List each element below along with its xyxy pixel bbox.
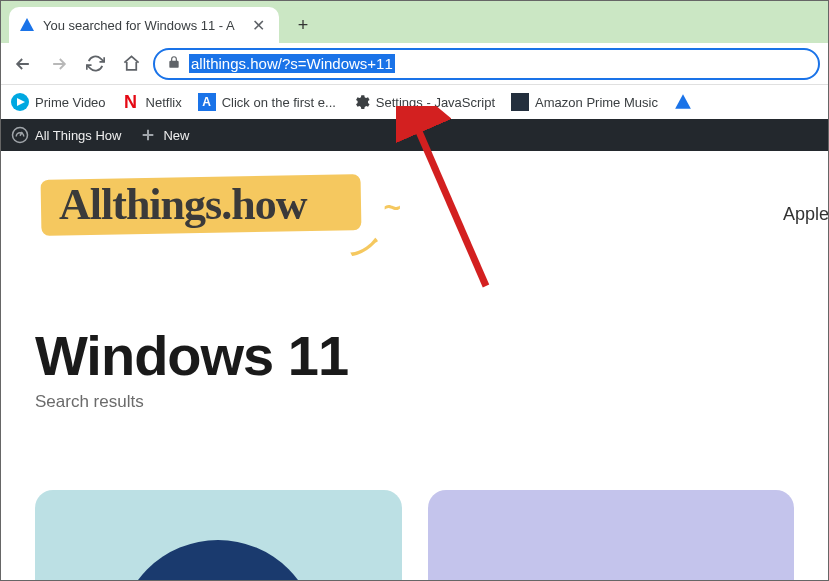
new-tab-button[interactable]: + (289, 11, 317, 39)
plus-icon (139, 126, 157, 144)
logo-scribble-icon: ~ (383, 191, 401, 225)
bookmarks-bar: Prime Video N Netflix A Click on the fir… (1, 85, 828, 119)
forward-button[interactable] (45, 50, 73, 78)
triangle-icon (674, 93, 692, 111)
back-button[interactable] (9, 50, 37, 78)
bookmark-triangle[interactable] (674, 93, 692, 111)
lock-icon (167, 55, 181, 73)
prime-video-icon (11, 93, 29, 111)
page-content: Allthings.how ~ ノ Apple Windows 11 Searc… (1, 151, 828, 581)
page-subtitle: Search results (35, 392, 794, 412)
reload-button[interactable] (81, 50, 109, 78)
nav-link-apple[interactable]: Apple (783, 204, 829, 225)
browser-toolbar: allthings.how/?s=Windows+11 (1, 43, 828, 85)
admin-new-label: New (163, 128, 189, 143)
result-card[interactable] (428, 490, 795, 581)
admin-site-name: All Things How (35, 128, 121, 143)
bookmark-label: Netflix (146, 95, 182, 110)
gear-icon (352, 93, 370, 111)
tab-title: You searched for Windows 11 - A (43, 18, 240, 33)
dashboard-icon (11, 126, 29, 144)
browser-tab-strip: You searched for Windows 11 - A ✕ + (1, 1, 828, 43)
tab-close-icon[interactable]: ✕ (248, 14, 269, 37)
bookmark-label: Prime Video (35, 95, 106, 110)
url-text: allthings.how/?s=Windows+11 (189, 54, 395, 73)
admin-site-link[interactable]: All Things How (11, 126, 121, 144)
bookmark-label: Settings - JavaScript (376, 95, 495, 110)
bookmark-netflix[interactable]: N Netflix (122, 93, 182, 111)
svg-marker-0 (20, 18, 34, 31)
logo-text: Allthings.how (59, 179, 306, 230)
site-logo[interactable]: Allthings.how ~ ノ (41, 169, 401, 259)
allthings-icon: A (198, 93, 216, 111)
result-card[interactable] (35, 490, 402, 581)
page-title: Windows 11 (35, 323, 794, 388)
bookmark-amazon-music[interactable]: Amazon Prime Music (511, 93, 658, 111)
bookmark-prime-video[interactable]: Prime Video (11, 93, 106, 111)
wp-admin-bar: All Things How New (1, 119, 828, 151)
browser-tab[interactable]: You searched for Windows 11 - A ✕ (9, 7, 279, 43)
result-cards (35, 490, 794, 581)
netflix-icon: N (122, 93, 140, 111)
tab-favicon-icon (19, 17, 35, 33)
bookmark-click-first[interactable]: A Click on the first e... (198, 93, 336, 111)
address-bar[interactable]: allthings.how/?s=Windows+11 (153, 48, 820, 80)
bookmark-label: Amazon Prime Music (535, 95, 658, 110)
amazon-music-icon (511, 93, 529, 111)
bookmark-label: Click on the first e... (222, 95, 336, 110)
home-button[interactable] (117, 50, 145, 78)
admin-new-link[interactable]: New (139, 126, 189, 144)
bookmark-settings-js[interactable]: Settings - JavaScript (352, 93, 495, 111)
svg-marker-1 (675, 94, 691, 109)
